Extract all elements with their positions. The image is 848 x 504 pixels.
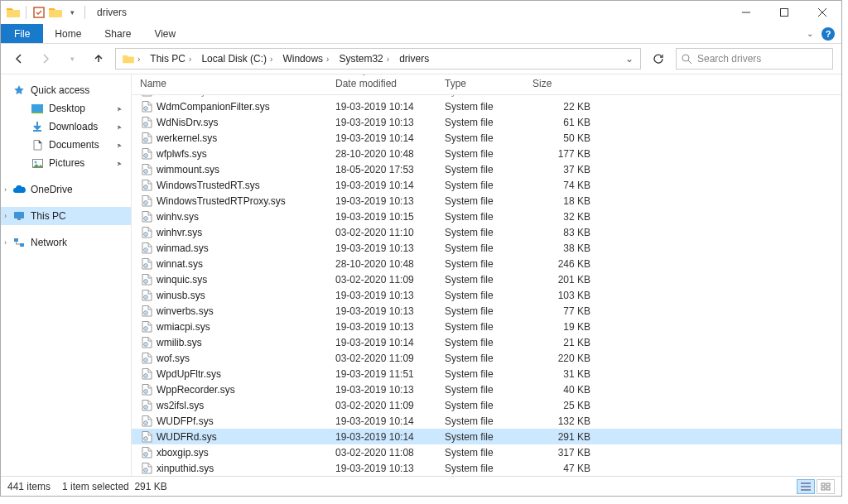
file-type: System file <box>445 148 532 160</box>
file-type: System file <box>445 101 532 113</box>
sys-file-icon <box>140 147 153 161</box>
help-icon[interactable]: ? <box>822 27 835 41</box>
file-row[interactable]: xboxgip.sys03-02-2020 11:08System file31… <box>132 444 841 460</box>
file-row[interactable]: wmiacpi.sys19-03-2019 10:13System file19… <box>132 319 841 334</box>
sidebar-item-label: OneDrive <box>31 184 73 195</box>
chevron-right-icon[interactable]: › <box>270 55 272 64</box>
file-row[interactable]: winusb.sys19-03-2019 10:13System file103… <box>132 287 841 303</box>
up-button[interactable] <box>89 49 108 69</box>
breadcrumb-root-icon[interactable]: › <box>118 54 145 64</box>
view-details-button[interactable] <box>797 479 815 494</box>
pin-icon <box>113 140 123 150</box>
svg-point-63 <box>145 454 146 454</box>
address-dropdown-icon[interactable]: ⌄ <box>620 53 638 65</box>
item-icon <box>31 102 44 115</box>
file-type: System file <box>445 258 532 270</box>
sys-file-icon <box>140 415 153 428</box>
forward-button[interactable] <box>36 49 55 69</box>
search-box[interactable] <box>676 48 833 70</box>
sys-file-icon <box>140 367 153 381</box>
file-size: 25 KB <box>532 400 590 411</box>
column-header-name[interactable]: Name <box>140 78 335 89</box>
breadcrumb-seg-0[interactable]: This PC› <box>145 53 196 65</box>
file-row[interactable]: winhvr.sys03-02-2020 11:10System file83 … <box>132 224 841 240</box>
search-input[interactable] <box>697 53 827 65</box>
breadcrumb-seg-4[interactable]: drivers <box>394 53 434 65</box>
ribbon-expand-icon[interactable]: ⌄ <box>807 29 813 38</box>
file-row[interactable]: WUDFPf.sys19-03-2019 10:14System file132… <box>132 413 841 429</box>
breadcrumb-seg-3[interactable]: System32› <box>334 53 394 65</box>
svg-line-6 <box>688 60 691 64</box>
svg-point-59 <box>145 422 146 423</box>
file-row[interactable]: winhv.sys19-03-2019 10:15System file32 K… <box>132 209 841 224</box>
file-row[interactable]: WUDFRd.sys19-03-2019 10:14System file291… <box>132 429 841 444</box>
file-type: System file <box>445 447 532 458</box>
ribbon-tab-share[interactable]: Share <box>93 24 142 43</box>
chevron-right-icon[interactable]: › <box>189 55 191 64</box>
qat-dropdown-icon[interactable]: ▾ <box>65 5 80 20</box>
view-large-icons-button[interactable] <box>817 479 835 494</box>
column-header-size[interactable]: Size <box>532 78 590 89</box>
sidebar-this-pc[interactable]: › This PC <box>1 207 131 225</box>
file-type: System file <box>445 321 532 333</box>
sidebar-quick-item[interactable]: Pictures <box>1 154 131 172</box>
window-controls <box>727 1 841 24</box>
quick-access-toolbar: ▾ drivers <box>1 5 127 20</box>
sidebar-quick-item[interactable]: Desktop <box>1 99 131 118</box>
file-row[interactable]: wmilib.sys19-03-2019 10:14System file21 … <box>132 334 841 350</box>
ribbon-tab-view[interactable]: View <box>142 24 187 43</box>
maximize-button[interactable] <box>765 1 803 24</box>
breadcrumb-seg-2[interactable]: Windows› <box>277 53 334 65</box>
folder-icon-small[interactable] <box>48 5 63 20</box>
file-row[interactable]: WdNisDrv.sys19-03-2019 10:13System file6… <box>132 114 841 130</box>
file-row[interactable]: WdmCompanionFilter.sys19-03-2019 10:14Sy… <box>132 98 841 114</box>
file-row[interactable]: ws2ifsl.sys03-02-2020 11:09System file25… <box>132 397 841 413</box>
ribbon-tab-home[interactable]: Home <box>43 24 93 43</box>
file-rows[interactable]: WdiWiFi.sys05-02-2020 11:08System file91… <box>132 95 841 476</box>
file-row[interactable]: wfplwfs.sys28-10-2020 10:48System file17… <box>132 146 841 161</box>
file-name: winusb.sys <box>157 290 335 301</box>
file-row[interactable]: winnat.sys28-10-2020 10:48System file246… <box>132 256 841 271</box>
file-row[interactable]: WpdUpFltr.sys19-03-2019 11:51System file… <box>132 366 841 382</box>
breadcrumb-seg-1[interactable]: Local Disk (C:)› <box>196 53 277 65</box>
file-row[interactable]: WindowsTrustedRT.sys19-03-2019 10:14Syst… <box>132 177 841 193</box>
file-date: 19-03-2019 10:14 <box>335 101 445 113</box>
recent-dropdown[interactable]: ▾ <box>62 49 82 69</box>
file-row[interactable]: winmad.sys19-03-2019 10:13System file38 … <box>132 240 841 256</box>
close-button[interactable] <box>803 1 841 24</box>
chevron-right-icon[interactable]: › <box>4 238 7 247</box>
file-row[interactable]: werkernel.sys19-03-2019 10:14System file… <box>132 130 841 146</box>
sidebar-quick-item[interactable]: Downloads <box>1 118 131 136</box>
chevron-right-icon[interactable]: › <box>4 185 7 194</box>
file-row[interactable]: winverbs.sys19-03-2019 10:13System file7… <box>132 303 841 319</box>
file-name: WUDFRd.sys <box>157 431 335 443</box>
ribbon-file-tab[interactable]: File <box>1 24 43 43</box>
back-button[interactable] <box>9 49 29 69</box>
chevron-right-icon[interactable]: › <box>387 55 389 64</box>
minimize-button[interactable] <box>727 1 765 24</box>
file-row[interactable]: WppRecorder.sys19-03-2019 10:13System fi… <box>132 382 841 397</box>
file-row[interactable]: WindowsTrustedRTProxy.sys19-03-2019 10:1… <box>132 193 841 209</box>
sys-file-icon <box>140 273 153 286</box>
file-row[interactable]: wof.sys03-02-2020 11:09System file220 KB <box>132 350 841 366</box>
address-bar[interactable]: › This PC› Local Disk (C:)› Windows› Sys… <box>115 48 641 70</box>
file-row[interactable]: wimmount.sys18-05-2020 17:53System file3… <box>132 161 841 177</box>
properties-icon[interactable] <box>31 5 46 20</box>
file-row[interactable]: winquic.sys03-02-2020 11:09System file20… <box>132 271 841 287</box>
sidebar-item-label: Pictures <box>49 157 84 169</box>
window-title: drivers <box>97 7 127 18</box>
file-row[interactable]: xinputhid.sys19-03-2019 10:13System file… <box>132 460 841 476</box>
refresh-button[interactable] <box>648 48 669 70</box>
column-header-type[interactable]: Type <box>445 78 532 89</box>
svg-point-35 <box>145 233 146 234</box>
column-header-date[interactable]: Date modified <box>335 78 445 89</box>
chevron-right-icon[interactable]: › <box>326 55 329 64</box>
sidebar-network[interactable]: › Network <box>1 233 131 252</box>
file-date: 19-03-2019 10:14 <box>335 415 445 427</box>
chevron-right-icon[interactable]: › <box>4 212 7 220</box>
sidebar-onedrive[interactable]: › OneDrive <box>1 180 131 199</box>
sidebar-quick-access[interactable]: Quick access <box>1 81 131 99</box>
sidebar-quick-item[interactable]: Documents <box>1 136 131 154</box>
svg-rect-2 <box>781 9 788 17</box>
chevron-right-icon[interactable]: › <box>137 55 140 64</box>
